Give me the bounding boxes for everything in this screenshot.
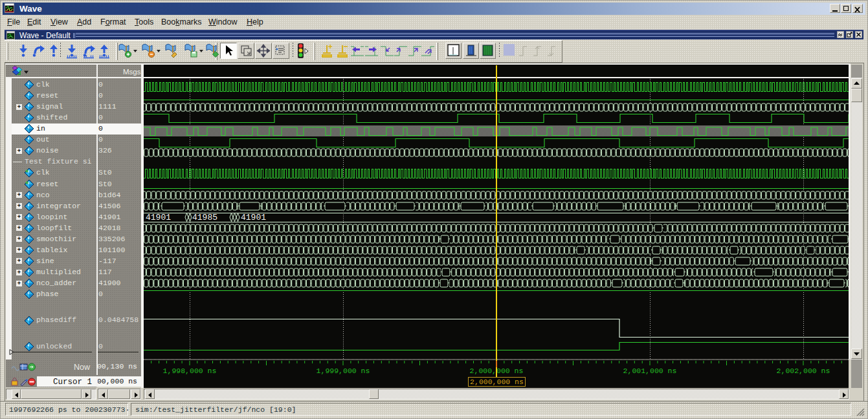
svg-text:1,998,000 ns: 1,998,000 ns <box>163 367 217 375</box>
svg-text:1,999,000 ns: 1,999,000 ns <box>317 367 370 375</box>
svg-text:2,002,000 ns: 2,002,000 ns <box>777 367 830 375</box>
svg-text:2,001,000 ns: 2,001,000 ns <box>623 367 677 375</box>
svg-text:41901: 41901 <box>241 213 266 222</box>
svg-text:41985: 41985 <box>192 213 217 222</box>
svg-text:41901: 41901 <box>146 213 171 222</box>
